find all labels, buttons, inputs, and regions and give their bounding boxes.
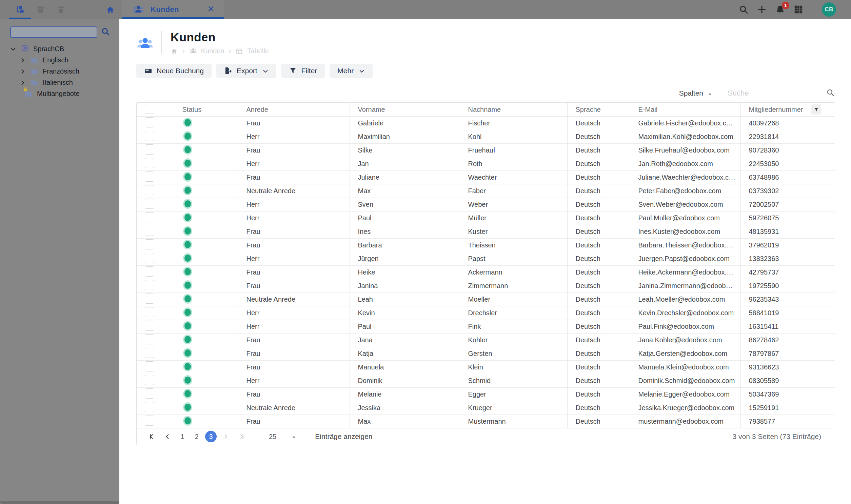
apps-grid-icon[interactable] (793, 4, 803, 15)
new-booking-button[interactable]: Neue Buchung (136, 64, 212, 78)
row-checkbox[interactable] (145, 280, 154, 290)
column-header-anrede[interactable]: Anrede (238, 103, 350, 116)
row-checkbox[interactable] (145, 253, 154, 263)
breadcrumb-kunden[interactable]: Kunden (201, 47, 225, 55)
column-header-nachname[interactable]: Nachname (460, 103, 567, 116)
row-checkbox[interactable] (145, 348, 154, 358)
table-row[interactable]: Frau Silke Fruehauf Deutsch Silke.Frueha… (137, 144, 835, 157)
close-icon[interactable] (207, 5, 215, 14)
row-checkbox[interactable] (145, 144, 154, 155)
row-checkbox[interactable] (145, 158, 154, 168)
table-row[interactable]: Frau Katja Gersten Deutsch Katja.Gersten… (137, 347, 835, 361)
prev-page-icon[interactable] (160, 433, 175, 440)
page-size-select[interactable]: 25 (269, 433, 297, 440)
more-button[interactable]: Mehr (330, 64, 373, 78)
table-row[interactable]: Frau Heike Ackermann Deutsch Heike.Acker… (137, 266, 835, 279)
bell-icon[interactable]: 1 (775, 4, 785, 15)
table-row[interactable]: Herr Maximilian Kohl Deutsch Maximilian.… (137, 130, 835, 144)
chevron-right-icon[interactable] (20, 69, 26, 75)
table-row[interactable]: Neutrale Anrede Max Faber Deutsch Peter.… (137, 184, 835, 198)
last-page-icon[interactable] (234, 433, 249, 440)
tree-item-italienisch[interactable]: Italienisch (0, 77, 119, 88)
avatar[interactable]: CB (822, 2, 836, 17)
trash-icon[interactable] (56, 5, 66, 14)
table-row[interactable]: Frau Gabriele Fischer Deutsch Gabriele.F… (137, 116, 835, 130)
chevron-right-icon[interactable] (20, 57, 26, 64)
tree-item-englisch[interactable]: Englisch (0, 55, 119, 66)
column-header-sprache[interactable]: Sprache (567, 103, 630, 116)
row-checkbox[interactable] (145, 334, 154, 344)
chevron-down-icon[interactable] (10, 46, 16, 52)
table-row[interactable]: Frau Janina Zimmermann Deutsch Janina.Zi… (137, 279, 835, 293)
search-icon[interactable] (826, 88, 835, 98)
row-checkbox[interactable] (145, 307, 154, 317)
column-header-status[interactable]: Status (174, 103, 238, 116)
table-row[interactable]: Herr Paul Fink Deutsch Paul.Fink@edoobox… (137, 320, 835, 334)
table-row[interactable]: Frau Max Mustermann Deutsch mustermann@e… (137, 415, 835, 428)
next-page-icon[interactable] (218, 433, 234, 440)
select-all-checkbox[interactable] (145, 104, 154, 114)
row-checkbox[interactable] (145, 117, 154, 127)
table-row[interactable]: Frau Ines Kuster Deutsch Ines.Kuster@edo… (137, 225, 835, 239)
page-number-1[interactable]: 1 (175, 433, 190, 440)
row-checkbox[interactable] (145, 199, 154, 209)
tree-item-label: Englisch (43, 56, 69, 64)
page-number-2[interactable]: 2 (190, 433, 204, 440)
table-row[interactable]: Herr Paul Müller Deutsch Paul.Muller@edo… (137, 212, 835, 225)
tree-item-franzoesisch[interactable]: Französisch (0, 66, 119, 77)
table-row[interactable]: Frau Barbara Theissen Deutsch Barbara.Th… (137, 239, 835, 252)
funnel-icon[interactable] (811, 104, 821, 114)
row-checkbox[interactable] (145, 375, 154, 385)
row-checkbox[interactable] (145, 226, 154, 236)
tab-kunden[interactable]: Kunden (122, 0, 224, 19)
row-checkbox[interactable] (145, 239, 154, 250)
row-checkbox[interactable] (145, 361, 154, 372)
row-checkbox[interactable] (145, 172, 154, 182)
row-checkbox[interactable] (145, 185, 154, 195)
table-row[interactable]: Frau Jana Kohler Deutsch Jana.Kohler@edo… (137, 334, 835, 347)
table-row[interactable]: Herr Jürgen Papst Deutsch Juergen.Papst@… (137, 252, 835, 266)
filter-button[interactable]: Filter (281, 64, 325, 78)
sidebar-search-input[interactable] (11, 27, 96, 37)
row-checkbox[interactable] (145, 402, 154, 412)
row-checkbox[interactable] (145, 416, 154, 426)
first-page-icon[interactable] (144, 433, 160, 440)
table-row[interactable]: Herr Jan Roth Deutsch Jan.Roth@edoobox.c… (137, 157, 835, 171)
chevron-right-icon[interactable] (20, 80, 26, 86)
tree-icon[interactable] (16, 5, 25, 14)
columns-dropdown[interactable]: Spalten (679, 89, 713, 97)
column-header-vorname[interactable]: Vorname (350, 103, 460, 116)
row-checkbox[interactable] (145, 131, 154, 141)
row-checkbox[interactable] (145, 212, 154, 222)
column-header-email[interactable]: E-Mail (630, 103, 741, 116)
table-search-input[interactable] (727, 88, 826, 98)
home-icon[interactable] (106, 5, 115, 14)
row-checkbox[interactable] (145, 321, 154, 331)
table-row[interactable]: Herr Dominik Schmid Deutsch Dominik.Schm… (137, 374, 835, 388)
row-checkbox[interactable] (145, 293, 154, 304)
tree-item-multiangebote[interactable]: Multiangebote (0, 88, 119, 99)
breadcrumb-tabelle[interactable]: Tabelle (247, 47, 268, 55)
cell-nachname: Müller (460, 212, 567, 225)
row-checkbox[interactable] (145, 266, 154, 276)
table-row[interactable]: Frau Juliane Waechter Deutsch Juliane.Wa… (137, 171, 835, 184)
home-icon[interactable] (171, 48, 178, 55)
table-row[interactable]: Herr Kevin Drechsler Deutsch Kevin.Drech… (137, 306, 835, 320)
cell-sprache: Deutsch (567, 130, 630, 144)
column-header-mitgliedernummer[interactable]: Mitgliedernummer (741, 103, 835, 116)
export-button[interactable]: Export (216, 64, 276, 78)
table-row[interactable]: Frau Manuela Klein Deutsch Manuela.Klein… (137, 361, 835, 374)
tree-item-sprachcb[interactable]: SprachCB (0, 43, 119, 55)
search-icon[interactable] (739, 4, 749, 15)
plus-icon[interactable] (757, 4, 767, 15)
table-row[interactable]: Neutrale Anrede Leah Moeller Deutsch Lea… (137, 293, 835, 306)
table-row[interactable]: Neutrale Anrede Jessika Krueger Deutsch … (137, 401, 835, 415)
sidebar-search-box[interactable] (10, 26, 97, 38)
table-search[interactable] (727, 86, 823, 100)
row-checkbox[interactable] (145, 389, 154, 399)
search-icon[interactable] (101, 27, 110, 38)
table-row[interactable]: Frau Melanie Egger Deutsch Melanie.Egger… (137, 388, 835, 401)
page-number-3-active[interactable]: 3 (205, 431, 217, 442)
table-row[interactable]: Herr Sven Weber Deutsch Sven.Weber@edoob… (137, 198, 835, 212)
archive-icon[interactable] (36, 5, 45, 14)
